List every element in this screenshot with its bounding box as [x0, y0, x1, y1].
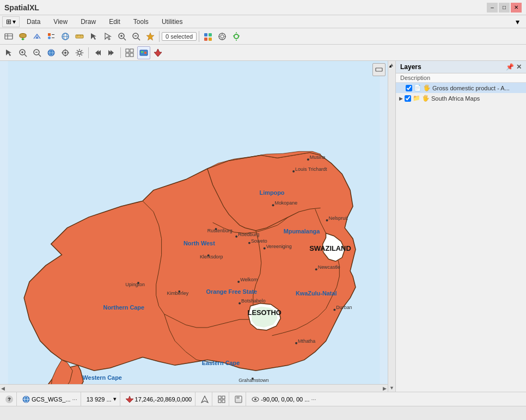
layers-close-button[interactable]: ✕	[516, 63, 522, 71]
layer-group-sa-maps[interactable]: ▶ 📁 🖐 South Africa Maps	[396, 93, 526, 103]
selected-badge: 0 selected	[162, 32, 197, 41]
svg-text:Welkom: Welkom	[240, 277, 258, 282]
svg-marker-127	[201, 396, 208, 403]
ruler-button[interactable]	[73, 30, 86, 43]
svg-rect-62	[126, 53, 129, 57]
separator-2	[199, 31, 199, 42]
window-controls: – □ ✕	[487, 3, 522, 13]
settings-button[interactable]	[230, 30, 243, 43]
svg-line-40	[25, 54, 27, 57]
status-crs[interactable]: GCS_WGS_... ···	[19, 392, 81, 406]
map-scrollbar-vertical[interactable]: ▲ ▼	[388, 61, 395, 392]
svg-text:Botshabelo: Botshabelo	[241, 299, 266, 304]
svg-text:Limpopo: Limpopo	[260, 189, 285, 196]
status-eye[interactable]: -90,00, 0,00, 00 ... ···	[248, 392, 319, 406]
svg-rect-28	[204, 33, 207, 36]
next-button[interactable]	[105, 46, 118, 59]
svg-marker-27	[146, 33, 154, 40]
zoom-in-button[interactable]	[16, 46, 29, 59]
layer-settings-button[interactable]	[216, 30, 229, 43]
layer-sa-icon1: 📁	[413, 95, 420, 102]
svg-point-81	[292, 170, 295, 172]
export-button[interactable]	[201, 30, 215, 43]
layers-pin-button[interactable]: 📌	[506, 63, 514, 71]
restore-button[interactable]: □	[499, 3, 510, 13]
globe-button[interactable]	[45, 46, 58, 59]
separator-3	[88, 47, 89, 58]
grid-button[interactable]	[123, 46, 136, 59]
scale-arrow[interactable]: ▾	[113, 396, 117, 403]
pin-button[interactable]	[151, 46, 164, 59]
app-title: SpatialXL	[4, 3, 39, 12]
browse-button[interactable]	[59, 30, 72, 43]
layer-gdp-checkbox[interactable]	[406, 85, 412, 91]
arrow-tool-button[interactable]	[2, 46, 15, 59]
map-scrollbar-horizontal[interactable]: ◀ ▶	[0, 384, 388, 392]
prev-button[interactable]	[91, 46, 104, 59]
workspace-button[interactable]	[30, 30, 44, 43]
close-button[interactable]: ✕	[511, 3, 522, 13]
layers-header: Layers 📌 ✕	[396, 61, 526, 73]
zoom-rect-out-button[interactable]	[130, 30, 143, 43]
map-expand-button[interactable]	[372, 63, 386, 76]
zoom-rect-in-button[interactable]	[115, 30, 129, 43]
svg-text:Kimberley: Kimberley	[167, 291, 188, 296]
legend-button[interactable]	[45, 30, 58, 43]
menu-tools[interactable]: Tools	[127, 16, 155, 27]
svg-rect-30	[204, 38, 207, 41]
rotation-dots: ···	[311, 396, 316, 403]
select-button[interactable]	[87, 30, 100, 43]
svg-point-85	[326, 219, 328, 221]
svg-text:Western Cape: Western Cape	[83, 374, 122, 381]
svg-point-33	[221, 35, 224, 38]
layer-sa-checkbox[interactable]	[405, 95, 411, 102]
svg-rect-29	[209, 33, 212, 36]
svg-rect-6	[48, 33, 51, 36]
target-button[interactable]	[59, 46, 72, 59]
star-button[interactable]	[144, 30, 157, 43]
svg-text:Northern Cape: Northern Cape	[103, 304, 145, 311]
svg-text:Soweto: Soweto	[251, 238, 267, 244]
gear-button[interactable]	[73, 46, 86, 59]
svg-rect-67	[376, 68, 382, 71]
status-nav1[interactable]	[198, 392, 212, 406]
expand-arrow-icon[interactable]: ▶	[399, 96, 403, 101]
pointer-button[interactable]	[101, 30, 114, 43]
svg-text:LESOTHO: LESOTHO	[248, 308, 282, 317]
layout-dropdown[interactable]: ⊞ ▾	[2, 16, 20, 27]
layer-item-gdp[interactable]: 📄 🖐 Gross domestic product - A...	[396, 83, 526, 93]
svg-rect-130	[218, 400, 221, 403]
svg-marker-38	[6, 50, 11, 56]
layers-panel: Layers 📌 ✕ Description 📄 🖐 Gross domesti…	[395, 61, 526, 392]
menu-utilities[interactable]: Utilities	[156, 16, 189, 27]
svg-rect-128	[218, 396, 221, 399]
menu-more-button[interactable]: ▾	[511, 15, 524, 28]
menu-draw[interactable]: Draw	[75, 16, 102, 27]
svg-point-89	[235, 236, 237, 238]
add-data-button[interactable]	[16, 30, 29, 43]
open-table-button[interactable]	[2, 30, 15, 43]
svg-text:Louis Trichardt: Louis Trichardt	[295, 166, 327, 172]
minimize-button[interactable]: –	[487, 3, 498, 13]
status-save[interactable]	[231, 392, 246, 406]
menu-data[interactable]: Data	[21, 16, 46, 27]
status-scale[interactable]: 13 929 ... ▾	[83, 392, 120, 406]
layers-title: Layers	[400, 63, 421, 71]
svg-text:Rustenburg: Rustenburg	[207, 228, 233, 233]
title-bar: SpatialXL – □ ✕	[0, 0, 526, 15]
help-icon[interactable]: ?	[5, 396, 13, 403]
status-nav2[interactable]	[215, 392, 229, 406]
menu-edit[interactable]: Edit	[103, 16, 126, 27]
zoom-out-button[interactable]	[30, 46, 44, 59]
svg-text:Nelspruit: Nelspruit	[328, 215, 348, 221]
svg-point-83	[272, 204, 274, 206]
status-bar: ? GCS_WGS_... ··· 13 929 ... ▾ 17,246,-2…	[0, 392, 526, 406]
svg-point-79	[307, 158, 309, 160]
svg-rect-135	[236, 399, 241, 402]
map-container[interactable]: ▲	[0, 61, 395, 392]
scroll-up-button[interactable]: ▲	[387, 62, 394, 70]
menu-view[interactable]: View	[47, 16, 74, 27]
svg-text:Musina: Musina	[310, 155, 326, 160]
map-view-button[interactable]	[137, 46, 150, 59]
svg-text:Mpumalanga: Mpumalanga	[284, 228, 320, 234]
